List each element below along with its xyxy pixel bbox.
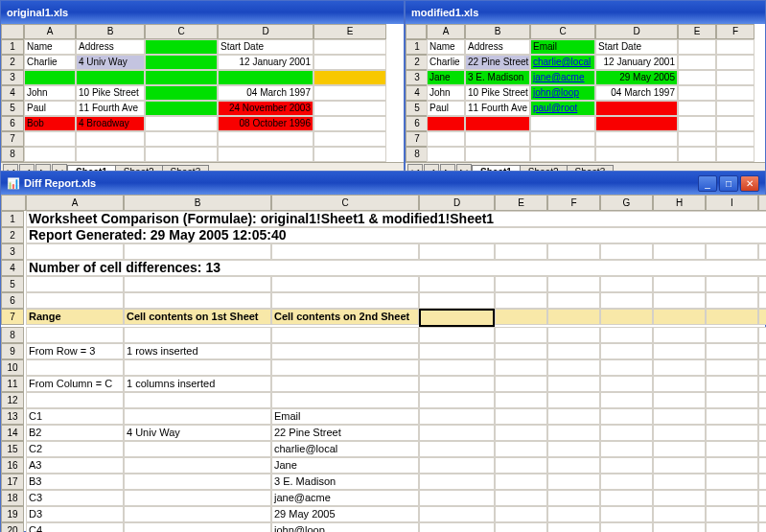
cell[interactable]: B2 xyxy=(26,425,124,441)
cell[interactable] xyxy=(145,101,218,116)
cell[interactable] xyxy=(419,276,495,292)
cell[interactable] xyxy=(716,131,754,147)
cell[interactable] xyxy=(678,101,716,116)
row-header[interactable]: 6 xyxy=(406,116,429,131)
cell[interactable] xyxy=(706,327,758,343)
row-header[interactable]: 16 xyxy=(1,457,24,474)
cell[interactable] xyxy=(653,292,706,309)
cell[interactable] xyxy=(653,408,706,425)
cell[interactable] xyxy=(218,70,313,85)
cell[interactable]: Jane xyxy=(271,457,419,474)
row-header[interactable]: 4 xyxy=(1,260,24,276)
cell[interactable] xyxy=(758,243,766,260)
cell[interactable] xyxy=(600,392,653,408)
cell[interactable] xyxy=(465,147,530,162)
column-header[interactable]: C xyxy=(145,24,218,39)
cell[interactable] xyxy=(271,243,419,260)
row-header[interactable]: 4 xyxy=(1,85,24,101)
row-header[interactable]: 10 xyxy=(1,359,24,376)
cell[interactable]: John xyxy=(427,85,465,101)
cell[interactable] xyxy=(271,392,419,408)
cell[interactable] xyxy=(419,506,495,522)
cell[interactable] xyxy=(427,147,465,162)
cell[interactable] xyxy=(653,457,706,474)
cell[interactable] xyxy=(124,506,271,522)
cell[interactable]: 4 Univ Way xyxy=(124,425,271,441)
cell[interactable] xyxy=(716,70,754,85)
cell[interactable] xyxy=(124,327,271,343)
cell[interactable] xyxy=(653,474,706,490)
cell[interactable]: 04 March 1997 xyxy=(595,85,678,101)
cell[interactable] xyxy=(495,376,547,392)
cell[interactable] xyxy=(419,441,495,457)
cell[interactable] xyxy=(653,276,706,292)
cell[interactable] xyxy=(678,70,716,85)
column-header[interactable]: D xyxy=(218,24,313,39)
cell[interactable] xyxy=(595,116,678,131)
cell[interactable] xyxy=(716,147,754,162)
cell[interactable] xyxy=(653,343,706,359)
row-header[interactable]: 11 xyxy=(1,376,24,392)
row-header[interactable]: 14 xyxy=(1,425,24,441)
cell[interactable] xyxy=(547,359,600,376)
cell[interactable] xyxy=(547,490,600,506)
row-header[interactable]: 7 xyxy=(406,131,429,147)
column-header[interactable] xyxy=(406,24,427,39)
cell[interactable] xyxy=(495,243,547,260)
cell[interactable] xyxy=(26,276,124,292)
cell[interactable] xyxy=(706,376,758,392)
cell[interactable] xyxy=(706,243,758,260)
cell[interactable] xyxy=(758,425,766,441)
cell[interactable] xyxy=(271,327,419,343)
cell[interactable] xyxy=(24,131,76,147)
cell[interactable] xyxy=(124,408,271,425)
row-header[interactable]: 3 xyxy=(1,243,24,260)
cell[interactable]: D3 xyxy=(26,506,124,522)
cell[interactable]: Email xyxy=(530,39,595,55)
column-header[interactable]: D xyxy=(595,24,678,39)
cell[interactable]: 4 Broadway xyxy=(76,116,145,131)
cell[interactable] xyxy=(495,292,547,309)
cell[interactable] xyxy=(600,490,653,506)
cell[interactable] xyxy=(653,243,706,260)
cell[interactable] xyxy=(145,70,218,85)
cell[interactable] xyxy=(653,441,706,457)
cell[interactable] xyxy=(706,309,758,325)
cell[interactable] xyxy=(427,131,465,147)
column-header[interactable]: B xyxy=(76,24,145,39)
cell[interactable] xyxy=(706,276,758,292)
row-header[interactable]: 1 xyxy=(1,39,24,55)
cell[interactable] xyxy=(706,292,758,309)
cell[interactable] xyxy=(24,147,76,162)
minimize-button[interactable]: _ xyxy=(698,175,717,192)
cell[interactable] xyxy=(706,457,758,474)
cell[interactable] xyxy=(495,425,547,441)
cell[interactable]: Number of cell differences: 13 xyxy=(26,260,766,276)
column-header[interactable]: F xyxy=(547,195,600,211)
cell[interactable]: 10 Pike Street xyxy=(465,85,530,101)
cell[interactable]: 29 May 2005 xyxy=(595,70,678,85)
cell[interactable] xyxy=(24,70,76,85)
cell[interactable]: charlie@local xyxy=(530,55,595,70)
cell[interactable] xyxy=(600,408,653,425)
cell[interactable] xyxy=(706,359,758,376)
cell[interactable] xyxy=(600,506,653,522)
cell[interactable] xyxy=(419,359,495,376)
cell[interactable]: John xyxy=(24,85,76,101)
cell[interactable] xyxy=(271,276,419,292)
cell[interactable]: Address xyxy=(76,39,145,55)
cell[interactable] xyxy=(419,490,495,506)
row-header[interactable]: 2 xyxy=(1,227,24,243)
cell[interactable] xyxy=(758,506,766,522)
cell[interactable] xyxy=(495,506,547,522)
cell[interactable] xyxy=(26,392,124,408)
cell[interactable] xyxy=(419,474,495,490)
cell[interactable] xyxy=(313,55,386,70)
cell[interactable] xyxy=(706,392,758,408)
cell[interactable] xyxy=(419,457,495,474)
cell[interactable] xyxy=(530,116,595,131)
cell[interactable] xyxy=(678,39,716,55)
cell[interactable]: From Row = 3 xyxy=(26,343,124,359)
cell[interactable] xyxy=(758,343,766,359)
cell[interactable]: Email xyxy=(271,408,419,425)
